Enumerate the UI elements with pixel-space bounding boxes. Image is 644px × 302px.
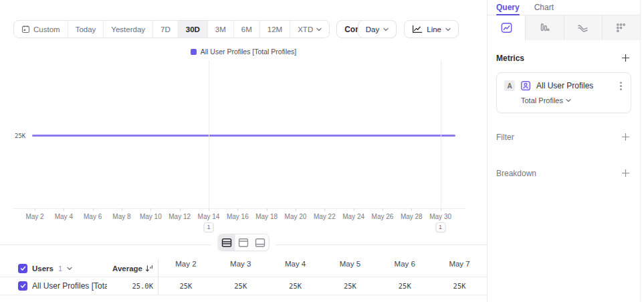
x-axis-tick-label: May 2: [25, 213, 43, 220]
x-axis-tick: [150, 208, 151, 211]
table-header-row: Users 1 Average May 2May 3May 4May 5May …: [0, 260, 487, 277]
kebab-icon: [620, 82, 622, 90]
x-axis-tick: [64, 208, 64, 211]
date-header-cells: May 2May 3May 4May 5May 6May 7: [158, 260, 487, 277]
chevron-down-icon: [67, 267, 72, 271]
x-axis-tick: [209, 208, 209, 211]
plot-region: 25K May 2May 4May 6May 8May 10May 12May …: [0, 0, 487, 244]
annotation-badge[interactable]: 1: [435, 222, 445, 232]
plus-icon: [621, 54, 630, 62]
chart-module: CustomTodayYesterday7D30D3M6M12MXTD Comp…: [0, 0, 488, 302]
x-axis-tick: [441, 208, 441, 211]
date-header-cell: May 6: [377, 260, 432, 277]
tab-query[interactable]: Query: [496, 0, 520, 15]
row-average-cell: 25.0K: [107, 277, 158, 295]
row-checkbox[interactable]: [18, 281, 27, 291]
x-axis-tick-label: May 28: [401, 213, 423, 220]
tab-chart[interactable]: Chart: [534, 0, 554, 15]
date-header-cell: May 7: [432, 260, 487, 277]
add-metric-button[interactable]: [620, 52, 631, 64]
panel-scrollbar[interactable]: [640, 0, 643, 302]
series-line: [32, 135, 455, 137]
x-axis-tick: [180, 208, 181, 211]
annotation-badge[interactable]: 1: [203, 222, 213, 232]
chart-type-selector: [488, 15, 640, 40]
x-axis-tick-label: May 30: [429, 213, 451, 220]
x-axis-tick-label: May 10: [140, 213, 162, 220]
x-axis-tick-label: May 24: [342, 213, 364, 220]
x-axis-tick: [93, 208, 94, 211]
scatter-chart-icon[interactable]: [603, 15, 640, 40]
row-name-label: All User Profiles [Total ...: [32, 281, 107, 291]
metric-options-button[interactable]: [618, 81, 624, 91]
panel-tabs: Query Chart: [488, 0, 640, 15]
chart-area: CustomTodayYesterday7D30D3M6M12MXTD Comp…: [0, 0, 487, 245]
metric-card: A All User Profiles Total Profiles: [496, 72, 631, 113]
x-axis-tick-label: May 6: [84, 213, 102, 220]
filter-section-header: Filter: [496, 131, 631, 143]
average-header-cell[interactable]: Average: [107, 260, 158, 277]
row-name-cell: All User Profiles [Total ...: [0, 277, 107, 295]
x-axis-tick: [324, 208, 325, 211]
x-axis-tick: [296, 208, 296, 211]
layout-toggle-pill: [218, 234, 270, 251]
split-bottom-icon[interactable]: [252, 234, 269, 250]
x-axis-tick-label: May 14: [198, 213, 220, 220]
x-axis-tick-label: May 26: [372, 213, 394, 220]
x-axis-tick: [411, 208, 412, 211]
row-value-cell: 25K: [268, 282, 323, 290]
table-body: All User Profiles [Total ...25.0K25K25K2…: [0, 277, 487, 295]
query-panel: Query Chart: [488, 0, 640, 302]
split-middle-icon[interactable]: [219, 234, 235, 250]
flow-chart-icon[interactable]: [564, 15, 603, 40]
app-root: CustomTodayYesterday7D30D3M6M12MXTD Comp…: [0, 0, 644, 302]
results-table: Users 1 Average May 2May 3May 4May 5May …: [0, 260, 487, 295]
x-axis-tick: [122, 208, 122, 211]
x-axis-tick-label: May 8: [112, 213, 130, 220]
x-axis-tick: [237, 208, 238, 211]
metrics-section-header: Metrics: [496, 52, 631, 64]
group-header-cell[interactable]: Users 1: [0, 260, 107, 277]
row-value-cell: 25K: [322, 282, 377, 290]
select-all-checkbox[interactable]: [18, 264, 27, 273]
plus-icon: [621, 169, 630, 177]
x-axis-tick: [383, 208, 383, 211]
table-row: All User Profiles [Total ...25.0K25K25K2…: [0, 277, 487, 295]
date-header-cell: May 3: [213, 260, 268, 277]
user-profile-icon: [520, 80, 531, 91]
breakdown-section-header: Breakdown: [496, 167, 631, 179]
bar-chart-icon[interactable]: [526, 15, 564, 40]
metric-letter-badge: A: [504, 80, 515, 91]
metrics-title: Metrics: [496, 54, 524, 63]
plus-icon: [621, 133, 630, 141]
date-header-cell: May 4: [268, 260, 323, 277]
average-header-label: Average: [112, 265, 142, 273]
check-icon: [20, 283, 26, 289]
chart-table-layout-toggle: [212, 234, 276, 251]
y-axis-tick-label: 25K: [15, 133, 25, 139]
add-breakdown-button[interactable]: [620, 167, 631, 179]
metric-card-row: A All User Profiles: [504, 80, 624, 91]
x-axis-tick-label: May 22: [314, 213, 336, 220]
annotation-gridline: [209, 60, 209, 208]
metric-measure-dropdown[interactable]: Total Profiles: [521, 96, 624, 104]
x-axis-tick-label: May 20: [285, 213, 307, 220]
panel-body: Metrics A All User Profiles: [488, 52, 640, 179]
date-header-cell: May 5: [322, 260, 377, 277]
metric-measure-label: Total Profiles: [521, 96, 563, 104]
chevron-down-icon: [566, 98, 571, 102]
line-chart-icon[interactable]: [488, 15, 526, 40]
annotation-gridline: [441, 60, 441, 208]
x-axis-tick: [354, 208, 354, 211]
breakdown-title: Breakdown: [496, 169, 536, 178]
x-axis-tick-label: May 12: [169, 213, 191, 220]
x-axis-tick: [35, 208, 35, 211]
x-axis-tick-label: May 16: [227, 213, 249, 220]
row-value-cell: 25K: [432, 282, 487, 290]
add-filter-button[interactable]: [620, 131, 631, 143]
x-axis-tick: [267, 208, 267, 211]
x-axis-line: [13, 208, 465, 209]
row-value-cell: 25K: [377, 282, 432, 290]
filter-title: Filter: [496, 133, 514, 142]
split-top-icon[interactable]: [235, 234, 252, 250]
